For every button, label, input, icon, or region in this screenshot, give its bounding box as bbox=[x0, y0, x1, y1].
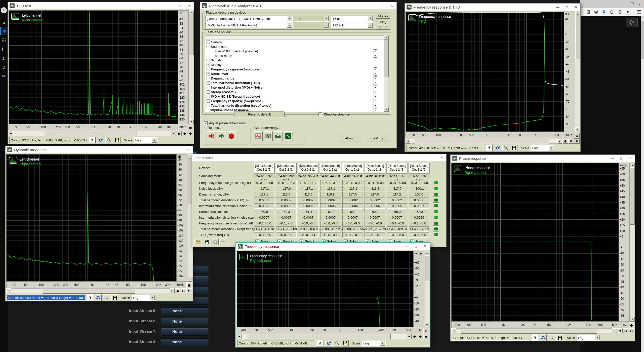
window-titlebar[interactable]: Dynamic range test — □ × bbox=[6, 146, 193, 153]
checkbox-icon[interactable]: ✓ bbox=[374, 108, 377, 112]
scrollbar-thumb[interactable] bbox=[575, 16, 580, 59]
tests-tree-item[interactable]: +Frequency response (multitone)✓ bbox=[205, 67, 384, 71]
tests-tree-item[interactable]: +Frequency response (swept sine)✓ bbox=[205, 99, 384, 103]
scrollbar-thumb[interactable] bbox=[247, 334, 391, 339]
save-icon[interactable] bbox=[203, 239, 210, 245]
window-titlebar[interactable]: Test results × bbox=[192, 154, 446, 162]
scroll-left-icon[interactable]: ◄ bbox=[6, 288, 11, 293]
tests-tree-item[interactable]: +Stereo crosstalk✓ bbox=[205, 90, 384, 94]
ping-button[interactable]: Ping bbox=[376, 19, 390, 24]
history-clock-icon[interactable] bbox=[618, 10, 622, 15]
back-circle-icon[interactable] bbox=[0, 7, 8, 14]
maximize-button[interactable]: □ bbox=[378, 2, 387, 9]
refresh-button[interactable] bbox=[97, 137, 104, 143]
input-stream-button[interactable]: None bbox=[161, 307, 209, 315]
device-header[interactable]: [DirectSound]Out 1-2 (2- bbox=[320, 163, 341, 173]
scrollbar-thumb[interactable] bbox=[415, 139, 549, 144]
playback-bits-select[interactable]: 16 bit▼ bbox=[331, 16, 373, 22]
show-spectrum-button[interactable] bbox=[433, 198, 439, 203]
magnifier-button[interactable] bbox=[502, 145, 509, 151]
input-stream-button[interactable]: None bbox=[161, 338, 209, 346]
maximize-button[interactable]: □ bbox=[176, 2, 185, 9]
zoom-out-icon[interactable]: ⊖ bbox=[623, 328, 628, 333]
minimize-button[interactable]: — bbox=[608, 155, 617, 162]
scale-select[interactable]: Log ▼ bbox=[134, 137, 157, 143]
zoom-in-icon[interactable]: ⊕ bbox=[188, 125, 193, 131]
window-titlebar[interactable]: Phase response — □ × bbox=[451, 155, 635, 162]
tests-tree-item[interactable]: Mono mode✓ bbox=[205, 53, 384, 58]
resize-grip[interactable]: .:: bbox=[631, 338, 633, 341]
zoom-in-icon[interactable]: ⊕ bbox=[562, 139, 568, 144]
scroll-up-icon[interactable]: ▲ bbox=[189, 10, 194, 15]
horizontal-scrollbar[interactable] bbox=[242, 334, 407, 339]
close-button[interactable]: × bbox=[571, 4, 580, 11]
open-wave-icon[interactable] bbox=[274, 131, 283, 141]
font-button[interactable]: A bbox=[87, 294, 93, 301]
checkbox-icon[interactable]: ✓ bbox=[374, 104, 377, 107]
maximize-button[interactable]: □ bbox=[412, 243, 421, 250]
vertical-scrollbar[interactable]: ▲ ▼ bbox=[425, 251, 429, 327]
zoom-out-icon[interactable]: ⊖ bbox=[182, 131, 187, 136]
zoom-out-icon[interactable]: ⊖ bbox=[418, 334, 423, 339]
magnifier-button[interactable] bbox=[334, 340, 340, 346]
scrollbar-thumb[interactable] bbox=[461, 329, 597, 334]
scale-select[interactable]: Log ▼ bbox=[362, 340, 386, 346]
checkbox-icon[interactable]: ✓ bbox=[374, 76, 377, 80]
zoom-out-icon[interactable]: ⊖ bbox=[181, 288, 186, 293]
font-button[interactable]: A bbox=[486, 145, 493, 151]
magnifier-button[interactable] bbox=[548, 334, 555, 341]
scroll-down-icon[interactable]: ▼ bbox=[630, 317, 635, 322]
zoom-in-icon[interactable]: ⊕ bbox=[574, 133, 580, 139]
clipboard-icon[interactable] bbox=[586, 10, 590, 15]
send-icon[interactable] bbox=[625, 10, 630, 15]
plot-area[interactable]: Left channel Right channel bbox=[9, 10, 178, 124]
playback-device-select[interactable]: [DirectSound] Out 1-2 (2- MOTU Pro Audio… bbox=[205, 16, 293, 22]
browser-scrollbar[interactable]: ▲ bbox=[641, 16, 644, 352]
tests-tree-item[interactable]: +Display bbox=[205, 62, 384, 67]
tests-tree-item[interactable]: +General bbox=[205, 40, 384, 44]
vertical-scrollbar[interactable]: ▲ ▼ bbox=[575, 12, 580, 132]
check-uncheck-all[interactable]: ✓Check/uncheck all bbox=[318, 112, 350, 116]
home-icon[interactable] bbox=[610, 10, 614, 15]
resize-grip[interactable]: .:: bbox=[189, 298, 191, 301]
zoom-in-icon[interactable]: ⊕ bbox=[423, 328, 429, 334]
tests-tree-item[interactable]: Use WDM drivers (if possible)✓ bbox=[205, 49, 384, 53]
checkbox-icon[interactable]: ✓ bbox=[374, 67, 377, 71]
console-icon[interactable] bbox=[0, 27, 8, 35]
scroll-right-icon[interactable]: ► bbox=[170, 288, 175, 293]
save-button[interactable] bbox=[556, 334, 563, 341]
user-icon[interactable] bbox=[0, 55, 8, 62]
scroll-down-icon[interactable]: ▼ bbox=[425, 323, 429, 327]
tests-tree-item[interactable]: -Sound card bbox=[205, 44, 384, 49]
record-icon[interactable] bbox=[227, 131, 236, 141]
remove-icon[interactable] bbox=[219, 239, 227, 245]
zoom-reset-icon[interactable]: ⊖ bbox=[574, 139, 580, 144]
minimize-button[interactable]: — bbox=[369, 2, 378, 9]
zoom-in-icon[interactable]: ⊕ bbox=[186, 282, 192, 288]
zoom-in-icon[interactable]: ⊕ bbox=[412, 334, 417, 339]
show-spectrum-button[interactable] bbox=[433, 209, 439, 214]
scroll-up-icon[interactable]: ▲ bbox=[425, 251, 429, 255]
plot-area[interactable]: Left channel Right channel bbox=[6, 154, 177, 282]
close-button[interactable]: × bbox=[626, 155, 635, 162]
close-button[interactable]: × bbox=[184, 146, 193, 153]
magnifier-button[interactable] bbox=[103, 294, 110, 301]
checkbox-icon[interactable]: ✓ bbox=[374, 81, 377, 85]
tests-tree-item[interactable]: +Signals bbox=[205, 58, 384, 62]
download-icon[interactable] bbox=[602, 10, 606, 15]
tests-tree-item[interactable]: Impulse/Phase response✓ bbox=[205, 108, 384, 112]
plot-area[interactable]: Frequency response THD bbox=[406, 12, 564, 132]
checkbox-icon[interactable]: ✓ bbox=[374, 86, 377, 89]
signal-card-icon[interactable] bbox=[254, 131, 263, 141]
show-spectrum-button[interactable] bbox=[433, 186, 439, 191]
zoom-in-icon[interactable]: ⊕ bbox=[629, 322, 634, 328]
close-button[interactable]: × bbox=[437, 154, 446, 161]
zoom-in-icon[interactable]: ⊕ bbox=[175, 288, 180, 293]
minimize-button[interactable]: — bbox=[553, 4, 562, 11]
crosshair-button[interactable] bbox=[626, 18, 638, 27]
checkbox-icon[interactable]: ✓ bbox=[374, 49, 377, 53]
tests-tree-item[interactable]: +Dynamic range✓ bbox=[205, 76, 384, 81]
resize-grip[interactable]: .:: bbox=[190, 141, 192, 144]
scrollbar-thumb[interactable] bbox=[43, 289, 135, 294]
reset-default-button[interactable]: Reset to default bbox=[234, 111, 285, 117]
